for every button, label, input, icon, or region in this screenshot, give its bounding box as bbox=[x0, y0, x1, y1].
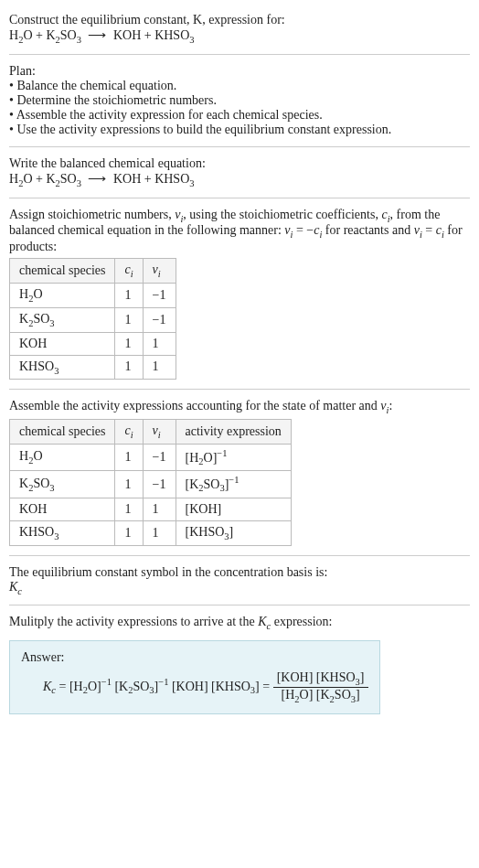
kc-k: K bbox=[258, 615, 266, 628]
plan-title: Plan: bbox=[9, 64, 36, 78]
plan-item: • Determine the stoichiometric numbers. bbox=[9, 93, 217, 107]
cell-ci: 1 bbox=[115, 498, 143, 520]
cell-species: KOH bbox=[10, 332, 115, 355]
cell-species: K2SO3 bbox=[10, 471, 115, 498]
fraction: [KOH] [KHSO3] [H2O] [K2SO3] bbox=[273, 670, 368, 704]
cell-activity: [H2O]−1 bbox=[176, 444, 291, 470]
text: Mulitply the activity expressions to arr… bbox=[9, 615, 258, 628]
text: SO bbox=[133, 680, 149, 693]
col-species: chemical species bbox=[10, 420, 115, 445]
cell-ci: 1 bbox=[115, 283, 143, 307]
prompt: Construct the equilibrium constant, K, e… bbox=[9, 13, 470, 45]
text: = [H bbox=[56, 680, 83, 693]
cell-species: H2O bbox=[10, 444, 115, 470]
equation: H2O + K2SO3 ⟶ KOH + KHSO3 bbox=[9, 28, 195, 42]
eq-sub: 3 bbox=[189, 35, 194, 45]
col-ci: ci bbox=[115, 420, 143, 445]
table-row: K2SO3 1 −1 [K2SO3]−1 bbox=[10, 471, 292, 498]
answer-expression: Kc = [H2O]−1 [K2SO3]−1 [KOH] [KHSO3] = [… bbox=[43, 670, 368, 704]
table-header-row: chemical species ci νi bbox=[10, 259, 176, 284]
eq-sub: 3 bbox=[77, 35, 81, 45]
equation: H2O + K2SO3 ⟶ KOH + KHSO3 bbox=[9, 172, 195, 186]
kc-k: K bbox=[9, 580, 17, 594]
arrow-icon: ⟶ bbox=[84, 171, 110, 187]
fraction-numerator: [KOH] [KHSO3] bbox=[273, 670, 368, 688]
table-header-row: chemical species ci νi activity expressi… bbox=[10, 420, 292, 445]
col-species: chemical species bbox=[10, 259, 115, 284]
text: ] = bbox=[255, 680, 273, 693]
cell-activity: [KOH] bbox=[176, 498, 291, 520]
table-row: KOH 1 1 [KOH] bbox=[10, 498, 292, 520]
cell-species: KHSO3 bbox=[10, 355, 115, 380]
cell-activity: [K2SO3]−1 bbox=[176, 471, 291, 498]
arrow-icon: ⟶ bbox=[84, 27, 110, 43]
eq-part: KOH + KHSO bbox=[113, 172, 189, 186]
cell-activity: [KHSO3] bbox=[176, 520, 291, 545]
col-ci: ci bbox=[115, 259, 143, 284]
table-row: H2O 1 −1 bbox=[10, 283, 176, 307]
answer-label: Answer: bbox=[21, 650, 368, 665]
col-nui: νi bbox=[143, 420, 176, 445]
cell-species: K2SO3 bbox=[10, 307, 115, 332]
balanced-equation: Write the balanced chemical equation: H2… bbox=[9, 156, 470, 188]
divider bbox=[9, 54, 470, 55]
stoich-table: chemical species ci νi H2O 1 −1 K2SO3 1 … bbox=[9, 258, 176, 380]
divider bbox=[9, 555, 470, 556]
cell-nui: 1 bbox=[143, 498, 176, 520]
plan: Plan: • Balance the chemical equation. •… bbox=[9, 64, 470, 137]
text: = − bbox=[293, 223, 314, 237]
cell-ci: 1 bbox=[115, 520, 143, 545]
eq-part: KOH + KHSO bbox=[113, 28, 189, 42]
assign-stoich: Assign stoichiometric numbers, νi, using… bbox=[9, 208, 470, 380]
text: [KOH] [KHSO bbox=[168, 680, 250, 693]
eq-part: H bbox=[9, 172, 18, 186]
cell-ci: 1 bbox=[115, 444, 143, 470]
text: for reactants and bbox=[322, 223, 413, 237]
col-nui: νi bbox=[143, 259, 176, 284]
cell-nui: 1 bbox=[143, 332, 176, 355]
divider bbox=[9, 146, 470, 147]
eq-part: O + K bbox=[23, 172, 55, 186]
divider bbox=[9, 198, 470, 198]
eq-part: SO bbox=[60, 28, 77, 42]
text: : bbox=[389, 399, 392, 413]
eq-part: H bbox=[9, 28, 18, 42]
eq-sub: 3 bbox=[189, 178, 194, 188]
text: , using the stoichiometric coefficients, bbox=[183, 208, 381, 221]
cell-species: H2O bbox=[10, 283, 115, 307]
multiply-line: Mulitply the activity expressions to arr… bbox=[9, 615, 470, 631]
table-row: KOH 1 1 bbox=[10, 332, 176, 355]
kc-k: K bbox=[43, 680, 51, 693]
text: The equilibrium constant symbol in the c… bbox=[9, 565, 327, 579]
kc-c: c bbox=[17, 585, 22, 595]
plan-item: • Balance the chemical equation. bbox=[9, 79, 176, 92]
cell-nui: −1 bbox=[143, 444, 176, 470]
activity-expressions: Assemble the activity expressions accoun… bbox=[9, 399, 470, 545]
col-activity: activity expression bbox=[176, 420, 291, 445]
divider bbox=[9, 389, 470, 390]
plan-item: • Assemble the activity expression for e… bbox=[9, 108, 323, 122]
divider bbox=[9, 605, 470, 605]
fraction-denominator: [H2O] [K2SO3] bbox=[273, 688, 368, 704]
answer-box: Answer: Kc = [H2O]−1 [K2SO3]−1 [KOH] [KH… bbox=[9, 640, 380, 714]
cell-ci: 1 bbox=[115, 355, 143, 380]
kc-symbol: The equilibrium constant symbol in the c… bbox=[9, 565, 470, 596]
text: Assemble the activity expressions accoun… bbox=[9, 399, 380, 413]
text: O] bbox=[88, 680, 101, 693]
cell-ci: 1 bbox=[115, 307, 143, 332]
cell-ci: 1 bbox=[115, 471, 143, 498]
plan-item: • Use the activity expressions to build … bbox=[9, 123, 391, 136]
cell-nui: −1 bbox=[143, 307, 176, 332]
prompt-text: Construct the equilibrium constant, K, e… bbox=[9, 13, 285, 27]
table-row: K2SO3 1 −1 bbox=[10, 307, 176, 332]
eq-part: SO bbox=[60, 172, 77, 186]
text: [K bbox=[112, 680, 128, 693]
cell-ci: 1 bbox=[115, 332, 143, 355]
table-row: H2O 1 −1 [H2O]−1 bbox=[10, 444, 292, 470]
cell-species: KOH bbox=[10, 498, 115, 520]
text: expression: bbox=[271, 615, 332, 628]
text: = bbox=[422, 223, 436, 237]
cell-nui: 1 bbox=[143, 520, 176, 545]
text: Assign stoichiometric numbers, bbox=[9, 208, 175, 221]
cell-nui: −1 bbox=[143, 283, 176, 307]
